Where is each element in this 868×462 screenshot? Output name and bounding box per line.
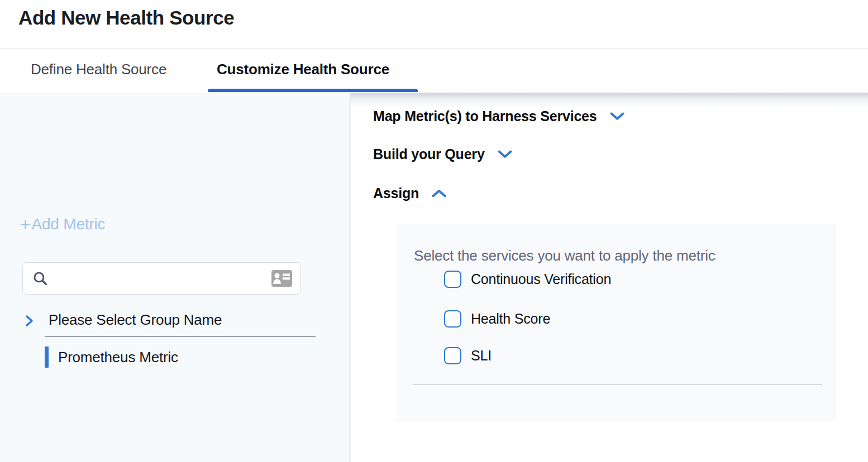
option-label[interactable]: SLI (471, 348, 492, 364)
metrics-sidebar: + Add Metric Plea (0, 93, 351, 462)
option-label[interactable]: Continuous Verification (471, 271, 611, 287)
chevron-up-icon[interactable] (431, 189, 447, 198)
selected-indicator (45, 346, 49, 368)
group-underline (45, 336, 316, 337)
metric-search-box (22, 262, 301, 295)
checkbox-sli[interactable] (444, 347, 461, 364)
tab-customize-health-source[interactable]: Customize Health Source (217, 61, 389, 78)
section-build-query[interactable]: Build your Query (373, 146, 513, 162)
page-title: Add New Health Source (18, 7, 234, 29)
search-icon (32, 270, 49, 287)
section-label: Map Metric(s) to Harness Services (373, 108, 597, 124)
metric-group-row[interactable]: Please Select Group Name (22, 311, 222, 329)
active-tab-indicator (208, 89, 418, 92)
option-label[interactable]: Health Score (471, 311, 550, 327)
add-health-source-dialog: Add New Health Source Define Health Sour… (0, 0, 868, 462)
section-map-metrics[interactable]: Map Metric(s) to Harness Services (373, 108, 625, 124)
option-row-sli: SLI (444, 347, 492, 364)
plus-icon: + (20, 216, 31, 232)
header-divider (0, 48, 868, 49)
tab-define-health-source[interactable]: Define Health Source (31, 61, 166, 78)
assign-panel: Select the services you want to apply th… (395, 224, 836, 422)
chevron-right-icon (25, 314, 34, 328)
contact-card-icon[interactable] (271, 270, 292, 287)
assign-prompt: Select the services you want to apply th… (414, 247, 716, 264)
section-assign[interactable]: Assign (373, 185, 447, 201)
checkbox-health-score[interactable] (444, 310, 461, 328)
chevron-down-icon[interactable] (497, 150, 513, 159)
search-input[interactable] (54, 271, 266, 286)
group-name-label: Please Select Group Name (49, 311, 222, 329)
add-metric-button[interactable]: + Add Metric (20, 215, 105, 233)
assign-panel-divider (413, 384, 822, 385)
chevron-down-icon[interactable] (609, 112, 625, 121)
metric-item-label: Prometheus Metric (58, 349, 178, 366)
metric-item-prometheus[interactable]: Prometheus Metric (45, 346, 178, 368)
option-row-continuous-verification: Continuous Verification (444, 271, 611, 288)
section-label: Assign (373, 185, 419, 201)
add-metric-label: Add Metric (32, 215, 106, 233)
section-label: Build your Query (373, 146, 485, 162)
option-row-health-score: Health Score (444, 310, 550, 328)
checkbox-continuous-verification[interactable] (444, 271, 461, 288)
